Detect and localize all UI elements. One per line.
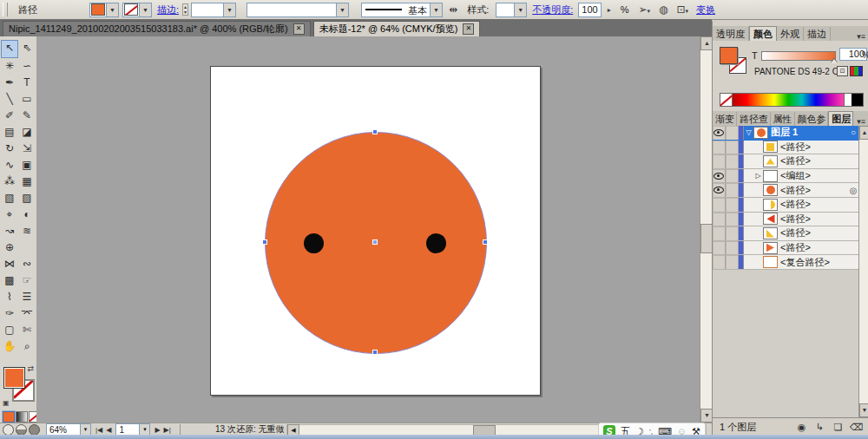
pencil-tool[interactable]: ✎ — [18, 108, 36, 124]
stroke-weight-link[interactable]: 描边: — [157, 3, 179, 16]
visibility-toggle[interactable] — [713, 154, 726, 168]
document-tab-2[interactable]: 未标题-12* @ 64% (CMYK/预览) ✕ — [313, 21, 481, 36]
blend-tool[interactable]: ◐ — [18, 206, 36, 223]
layer-row-4[interactable]: ▷ <编组> ○ — [713, 169, 868, 184]
layer-row-8[interactable]: <路径> ○ — [713, 226, 868, 241]
slice-tool[interactable]: ✄ — [18, 322, 36, 338]
liquify-tool[interactable]: ∾ — [18, 256, 36, 272]
tab-appearance[interactable]: 外观 — [777, 27, 804, 41]
hand-tool[interactable]: ✋ — [1, 338, 18, 355]
panel-menu-icon[interactable]: ▾≡ — [853, 32, 868, 41]
layers-scrollbar[interactable]: ▲ ▼ — [858, 126, 868, 417]
recolor-artwork-icon[interactable]: ⇹ — [449, 3, 457, 16]
screen-mode-normal[interactable] — [3, 424, 14, 436]
tab-pathfinder[interactable]: 路径查 — [737, 112, 771, 126]
layer-label[interactable]: <路径> — [780, 226, 857, 239]
stroke-color-dropdown[interactable]: ▼ — [122, 3, 152, 17]
stroke-weight-spinner[interactable]: ▴▾ — [182, 3, 188, 16]
eyedropper-tool[interactable]: ⌖ — [1, 206, 18, 223]
measure-tool[interactable]: ✑ — [1, 305, 18, 322]
rectangle-tool[interactable]: ▭ — [18, 91, 36, 108]
transform-link[interactable]: 变换 — [696, 3, 715, 16]
target-circle-icon[interactable]: ◎ — [847, 186, 859, 195]
gradient-tool[interactable]: ▨ — [18, 190, 36, 206]
layer-row-6[interactable]: <路径> ○ — [713, 198, 868, 213]
document-tab-1[interactable]: Nipic_1411249_20100202003515033183.ai* @… — [3, 21, 311, 36]
spectrum-none-swatch[interactable] — [720, 94, 733, 106]
type-tool[interactable]: T — [18, 75, 36, 91]
tab-color[interactable]: 颜色 — [749, 26, 777, 41]
canvas-area[interactable] — [36, 36, 700, 423]
visibility-toggle[interactable] — [713, 226, 726, 240]
scroll-down-arrow[interactable]: ▼ — [859, 403, 868, 417]
layer-label[interactable]: 图层 1 — [771, 126, 847, 139]
lock-toggle[interactable] — [726, 255, 739, 269]
reshape-tool[interactable]: ⌤ — [18, 305, 36, 322]
expand-arrow-icon[interactable]: ▷ — [753, 172, 763, 180]
expand-arrow-icon[interactable]: ▽ — [744, 128, 753, 136]
magic-wand-tool[interactable]: ✳ — [1, 58, 18, 75]
zoom-level-dropdown[interactable]: 64%▼ — [46, 423, 91, 436]
crop-tool[interactable]: ▢ — [1, 322, 18, 338]
panel-menu-icon[interactable]: ▾≡ — [853, 117, 868, 126]
layer-label[interactable]: <路径> — [780, 241, 857, 254]
line-segment-tool[interactable]: ╲ — [1, 91, 18, 108]
opacity-spinner[interactable]: ▸ — [608, 6, 611, 14]
anchor-top[interactable] — [372, 129, 378, 134]
layer-label[interactable]: <路径> — [780, 184, 847, 197]
tab-gradient[interactable]: 渐变 — [713, 112, 737, 126]
layer-label[interactable]: <路径> — [780, 213, 857, 226]
fill-color-dropdown[interactable]: ▼ — [89, 3, 119, 17]
mesh-tool[interactable]: ▧ — [1, 190, 18, 206]
layer-label[interactable]: <编组> — [780, 169, 857, 182]
new-sublayer-icon[interactable]: ↳ — [812, 422, 827, 433]
layer-row-1[interactable]: ▽ 图层 1 ○ — [713, 126, 868, 141]
tab-attributes[interactable]: 属性 — [771, 112, 795, 126]
zoom-tool[interactable]: ⌕ — [18, 338, 36, 355]
anchor-bottom[interactable] — [372, 350, 378, 355]
align-options-icon[interactable]: ⊡▾ — [676, 3, 688, 16]
spectrum-gradient[interactable] — [733, 94, 844, 106]
close-icon[interactable]: ✕ — [293, 23, 305, 35]
layer-row-7[interactable]: <路径> ○ — [713, 213, 868, 227]
lock-toggle[interactable] — [726, 198, 739, 212]
swap-fill-stroke-icon[interactable]: ⇄ — [27, 364, 34, 373]
color-mode-icon[interactable] — [850, 66, 863, 76]
tab-transparency[interactable]: 透明度 — [713, 27, 749, 41]
visibility-toggle[interactable] — [713, 213, 726, 226]
lock-toggle[interactable] — [726, 126, 739, 140]
last-artboard-arrow[interactable]: ▶| — [164, 426, 171, 434]
graph-tool[interactable]: ▦ — [18, 174, 36, 190]
column-graph-tool[interactable]: ☰ — [18, 289, 36, 305]
pen-tool[interactable]: ✒ — [1, 75, 18, 91]
free-transform-tool[interactable]: ▣ — [18, 157, 36, 174]
new-layer-icon[interactable]: ❏ — [831, 422, 845, 433]
shear-tool[interactable]: ☞ — [18, 272, 36, 289]
warp-tool[interactable]: ∿ — [1, 157, 18, 174]
lock-toggle[interactable] — [726, 169, 739, 183]
layer-label[interactable]: <路径> — [780, 141, 857, 154]
spectrum-white-swatch[interactable] — [844, 94, 852, 106]
left-eye-shape[interactable] — [304, 233, 324, 253]
opacity-link[interactable]: 不透明度: — [532, 3, 573, 16]
layer-label[interactable]: <路径> — [780, 198, 857, 211]
spectrum-black-swatch[interactable] — [852, 94, 863, 106]
clipping-mask-icon[interactable]: ◉ — [794, 422, 809, 433]
first-artboard-arrow[interactable]: |◀ — [95, 426, 102, 434]
lasso-tool[interactable]: ∽ — [18, 58, 36, 75]
close-icon[interactable]: ✕ — [463, 23, 474, 35]
lock-toggle[interactable] — [726, 183, 739, 197]
scale-tool[interactable]: ⇲ — [18, 141, 36, 157]
stroke-weight-dropdown[interactable]: ▼ — [191, 3, 236, 17]
select-similar-icon[interactable]: ➢▾ — [638, 3, 650, 16]
paint-gradient-button[interactable] — [16, 411, 28, 423]
fill-indicator-orange[interactable] — [3, 367, 25, 389]
fill-stroke-indicator[interactable]: ⇄ ▣ — [3, 364, 34, 410]
tint-slider[interactable] — [761, 51, 836, 61]
visibility-toggle[interactable] — [713, 241, 726, 255]
rotate-tool[interactable]: ↻ — [1, 141, 18, 157]
blob-brush-tool[interactable]: ▤ — [1, 124, 18, 141]
live-paint-bucket-tool[interactable]: ↝ — [1, 223, 18, 239]
lock-toggle[interactable] — [726, 141, 739, 154]
lock-toggle[interactable] — [726, 154, 739, 168]
